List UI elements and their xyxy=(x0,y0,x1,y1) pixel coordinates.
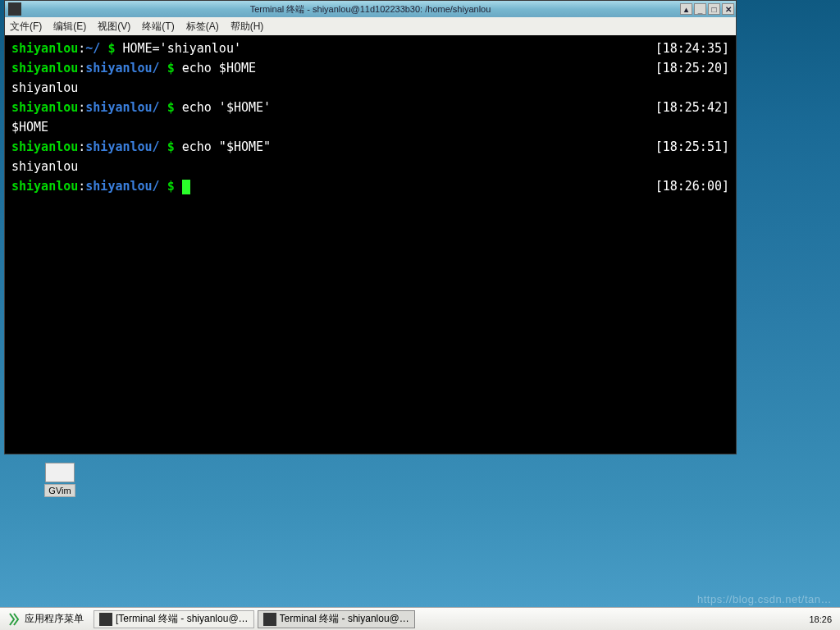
terminal-timestamp: [18:25:51] xyxy=(655,137,729,157)
taskbar: 应用程序菜单 [Terminal 终端 - shiyanlou@… Termin… xyxy=(0,607,840,630)
terminal-command: echo '$HOME' xyxy=(175,100,271,115)
terminal-line: shiyanlou:shiyanlou/ $ [18:26:00] xyxy=(11,176,729,196)
terminal-prompt: shiyanlou:shiyanlou/ $ echo $HOME xyxy=(11,58,256,78)
applications-menu-label: 应用程序菜单 xyxy=(25,612,84,626)
terminal-command: HOME='shiyanlou' xyxy=(115,41,241,56)
maximize-button[interactable]: □ xyxy=(708,3,720,15)
terminal-command xyxy=(175,179,182,194)
terminal-line: shiyanlou:shiyanlou/ $ echo "$HOME"[18:2… xyxy=(11,137,729,157)
taskbar-item-terminal-1[interactable]: [Terminal 终端 - shiyanlou@… xyxy=(94,610,254,628)
terminal-prompt: shiyanlou:shiyanlou/ $ echo '$HOME' xyxy=(11,98,271,117)
taskbar-item-label: [Terminal 终端 - shiyanlou@… xyxy=(116,612,249,626)
window-title: Terminal 终端 - shiyanlou@11d102233b30: /h… xyxy=(5,3,736,16)
terminal-icon xyxy=(263,613,276,626)
close-button[interactable]: ✕ xyxy=(722,3,734,15)
terminal-line: shiyanlou:~/ $ HOME='shiyanlou'[18:24:35… xyxy=(11,39,729,58)
taskbar-clock[interactable]: 18:26 xyxy=(801,614,840,624)
shade-button[interactable]: ▴ xyxy=(680,3,692,15)
terminal-line: shiyanlou:shiyanlou/ $ echo '$HOME'[18:2… xyxy=(11,98,729,117)
menu-file[interactable]: 文件(F) xyxy=(10,20,42,34)
window-titlebar[interactable]: Terminal 终端 - shiyanlou@11d102233b30: /h… xyxy=(5,1,736,17)
applications-menu[interactable]: 应用程序菜单 xyxy=(0,608,92,630)
menubar: 文件(F) 编辑(E) 视图(V) 终端(T) 标签(A) 帮助(H) xyxy=(5,17,736,35)
gvim-icon xyxy=(45,463,75,482)
terminal-prompt: shiyanlou:shiyanlou/ $ echo "$HOME" xyxy=(11,137,271,157)
gvim-label: GVim xyxy=(44,484,75,497)
menu-terminal[interactable]: 终端(T) xyxy=(142,20,174,34)
menu-help[interactable]: 帮助(H) xyxy=(231,20,264,34)
menu-tabs[interactable]: 标签(A) xyxy=(186,20,219,34)
menu-edit[interactable]: 编辑(E) xyxy=(53,20,86,34)
window-controls: ▴ _ □ ✕ xyxy=(680,3,734,15)
terminal-output: shiyanlou xyxy=(11,78,78,98)
terminal-command: echo $HOME xyxy=(175,61,256,75)
terminal-command: echo "$HOME" xyxy=(175,139,271,154)
cursor xyxy=(182,180,190,194)
terminal-timestamp: [18:25:20] xyxy=(655,58,729,78)
terminal-prompt: shiyanlou:~/ $ HOME='shiyanlou' xyxy=(11,39,241,58)
taskbar-item-terminal-2[interactable]: Terminal 终端 - shiyanlou@… xyxy=(258,610,415,628)
terminal-line: shiyanlou xyxy=(11,78,729,98)
terminal-line: shiyanlou:shiyanlou/ $ echo $HOME[18:25:… xyxy=(11,58,729,78)
terminal-timestamp: [18:26:00] xyxy=(655,176,729,196)
terminal-output: shiyanlou xyxy=(11,157,78,176)
watermark-text: https://blog.csdn.net/tan… xyxy=(697,593,832,605)
terminal-area[interactable]: shiyanlou:~/ $ HOME='shiyanlou'[18:24:35… xyxy=(5,35,736,454)
terminal-prompt: shiyanlou:shiyanlou/ $ xyxy=(11,176,190,196)
terminal-timestamp: [18:25:42] xyxy=(655,98,729,117)
terminal-line: shiyanlou xyxy=(11,157,729,176)
minimize-button[interactable]: _ xyxy=(694,3,706,15)
terminal-icon xyxy=(99,613,112,626)
xfce-icon xyxy=(8,612,20,627)
desktop-icon-gvim[interactable]: GVim xyxy=(39,463,80,497)
terminal-window: Terminal 终端 - shiyanlou@11d102233b30: /h… xyxy=(4,0,737,454)
terminal-output: $HOME xyxy=(11,117,48,137)
taskbar-item-label: Terminal 终端 - shiyanlou@… xyxy=(280,612,409,626)
terminal-timestamp: [18:24:35] xyxy=(655,39,729,58)
menu-view[interactable]: 视图(V) xyxy=(98,20,130,34)
terminal-line: $HOME xyxy=(11,117,729,137)
